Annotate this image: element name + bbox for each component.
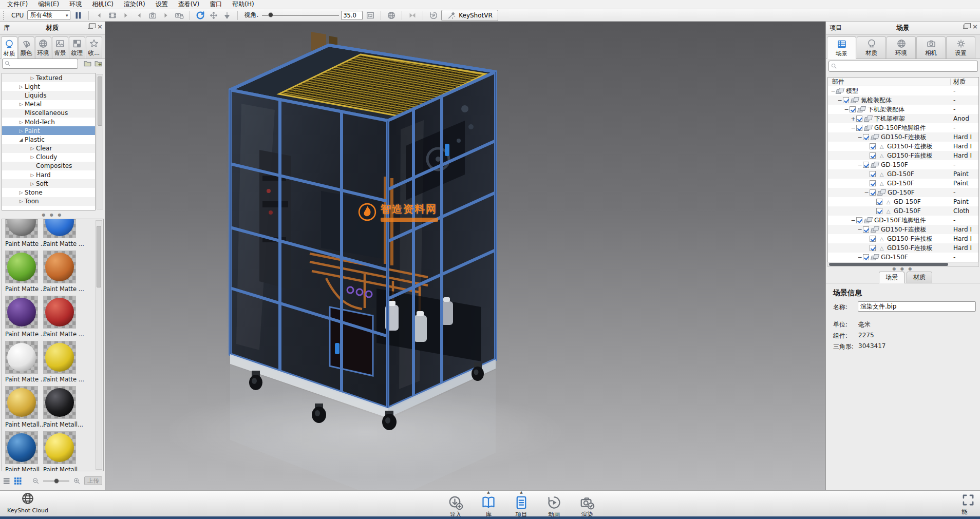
menu-item[interactable]: 相机(C) <box>87 0 119 9</box>
expander-expanded-icon[interactable]: − <box>857 254 863 261</box>
library-tab-backplate-image[interactable]: 背景 <box>52 36 68 59</box>
material-swatch[interactable]: Paint Matte ... <box>43 219 77 251</box>
project-tab-environment-globe[interactable]: 环境 <box>887 36 916 59</box>
expander-collapsed-icon[interactable]: ▷ <box>29 75 36 81</box>
camera-lock-button[interactable] <box>174 10 185 21</box>
menu-item[interactable]: 环境 <box>64 0 87 9</box>
expander-collapsed-icon[interactable]: ▷ <box>17 190 25 195</box>
scene-tree-row[interactable]: −下机架装配体- <box>828 105 978 114</box>
scene-tree-row[interactable]: −模型- <box>828 86 978 95</box>
scene-tree-row[interactable]: △GD150-F连接板Hard I <box>828 142 978 151</box>
library-tree-item[interactable]: ◢Plastic <box>2 135 95 144</box>
project-splitter[interactable]: ● ● ● <box>826 266 980 271</box>
library-splitter[interactable]: ● ● ● <box>0 213 105 217</box>
camera-button[interactable] <box>147 10 158 21</box>
library-tree-item[interactable]: ▷Metal <box>2 100 95 109</box>
library-tree-item[interactable]: ▷Soft <box>2 179 95 188</box>
visibility-checkbox[interactable] <box>870 236 876 242</box>
material-swatch[interactable]: Paint Metall... <box>43 431 77 471</box>
next-frame-button[interactable] <box>120 10 131 21</box>
library-tree-item[interactable]: ▷Clear <box>2 144 95 153</box>
thumbnail-size-slider[interactable] <box>43 477 69 485</box>
library-search-input[interactable] <box>11 60 78 67</box>
dock-item-render-camera[interactable]: 渲染 <box>573 491 601 518</box>
library-tree-item[interactable]: Composites <box>2 162 95 170</box>
expander-collapsed-icon[interactable]: ▷ <box>17 102 25 107</box>
material-swatch[interactable]: Paint Matte ... <box>43 341 77 386</box>
material-swatch[interactable]: Paint Matte ... <box>5 219 39 251</box>
scene-tree-row[interactable]: △GD-150FPaint <box>828 169 978 179</box>
expander-collapsed-icon[interactable]: ▷ <box>29 181 36 186</box>
scene-tree-row[interactable]: −GD-150F- <box>828 188 978 197</box>
keyshotvr-button[interactable]: KeyShotVR <box>441 10 498 21</box>
scene-tree-row[interactable]: △GD150-F连接板Hard I <box>828 234 978 243</box>
scrollbar-thumb[interactable] <box>829 263 948 266</box>
visibility-checkbox[interactable] <box>856 217 862 223</box>
viewport-3d[interactable]: 智造资料网 <box>105 22 825 490</box>
library-tab-texture-checker[interactable]: 纹理 <box>69 36 85 59</box>
close-icon[interactable]: × <box>972 24 978 29</box>
library-tree-item[interactable]: ▷Textured <box>2 73 95 82</box>
zoom-in-icon[interactable] <box>73 477 81 485</box>
performance-mode-button[interactable]: 能 <box>962 493 980 516</box>
library-tree-item[interactable]: ▷Stone <box>2 188 95 197</box>
scene-tree-row[interactable]: △GD150-F连接板Hard I <box>828 151 978 160</box>
library-tab-environment-globe[interactable]: 环境 <box>35 36 51 59</box>
visibility-checkbox[interactable] <box>870 180 876 186</box>
scene-tree-row[interactable]: −GD-150F- <box>828 253 978 262</box>
close-icon[interactable]: × <box>97 24 103 29</box>
material-swatch[interactable]: Paint Matte ... <box>43 251 77 296</box>
scene-tree-row[interactable]: −GD-150F地脚组件- <box>828 216 978 225</box>
scene-tree-row[interactable]: +下机架框架Anod <box>828 114 978 123</box>
expander-expanded-icon[interactable]: − <box>837 97 843 104</box>
expander-expanded-icon[interactable]: − <box>857 162 863 168</box>
toolbar-grip[interactable] <box>3 11 6 20</box>
slider-thumb[interactable] <box>268 12 273 17</box>
library-tab-favorites-star[interactable]: 收... <box>86 36 102 59</box>
library-tree-item[interactable]: Miscellaneous <box>2 109 95 118</box>
pause-button[interactable] <box>72 10 84 21</box>
dock-item-import[interactable]: 导入 <box>442 491 469 518</box>
scene-search-input[interactable] <box>838 63 977 70</box>
menu-item[interactable]: 窗口 <box>204 0 227 9</box>
menu-item[interactable]: 文件(F) <box>2 0 33 9</box>
scene-tree-row[interactable]: △GD-150FPaint <box>828 197 978 206</box>
material-swatch[interactable]: Paint Metall... <box>5 431 39 471</box>
prev-frame-button[interactable] <box>93 10 105 21</box>
visibility-checkbox[interactable] <box>876 208 882 214</box>
region-render-button[interactable] <box>365 10 376 21</box>
expander-expanded-icon[interactable]: − <box>850 217 856 224</box>
scene-tree-row[interactable]: −氮检装配体- <box>828 95 978 105</box>
list-view-icon[interactable] <box>3 477 10 485</box>
library-tree-item[interactable]: ▷Toon <box>2 197 95 206</box>
library-tree-item[interactable]: ▷Cloudy <box>2 153 95 162</box>
scene-name-input[interactable] <box>858 301 976 312</box>
menu-item[interactable]: 查看(V) <box>173 0 205 9</box>
scrollbar-thumb[interactable] <box>97 226 101 287</box>
column-divider[interactable] <box>950 79 951 85</box>
visibility-checkbox[interactable] <box>843 97 849 103</box>
pano-button[interactable] <box>428 10 439 21</box>
expander-collapsed-icon[interactable]: ▷ <box>17 128 25 133</box>
swatch-scrollbar[interactable] <box>96 220 102 470</box>
undock-icon[interactable] <box>963 25 968 29</box>
bottom-tab-material[interactable]: 材质 <box>907 272 932 283</box>
visibility-checkbox[interactable] <box>870 143 876 149</box>
visibility-checkbox[interactable] <box>856 125 862 131</box>
queue-button[interactable] <box>407 10 418 21</box>
library-tree-item[interactable]: ▷Hard <box>2 170 95 179</box>
visibility-checkbox[interactable] <box>870 152 876 159</box>
undock-icon[interactable] <box>88 25 93 29</box>
menu-item[interactable]: 渲染(R) <box>119 0 150 9</box>
network-render-button[interactable] <box>386 10 397 21</box>
library-tree-item[interactable]: ▷Paint <box>2 126 95 135</box>
menu-item[interactable]: 设置 <box>150 0 173 9</box>
expander-expanded-icon[interactable]: − <box>850 125 856 131</box>
scene-tree-row[interactable]: △GD150-F连接板Hard I <box>828 243 978 253</box>
dock-item-animation[interactable]: 动画 <box>540 491 568 518</box>
dolly-button[interactable] <box>221 10 233 21</box>
library-tab-color-fan[interactable]: 颜色 <box>18 36 34 59</box>
expander-expanded-icon[interactable]: − <box>857 134 863 141</box>
expander-expanded-icon[interactable]: − <box>863 189 870 196</box>
material-swatch[interactable]: Paint Matte ... <box>5 296 39 341</box>
